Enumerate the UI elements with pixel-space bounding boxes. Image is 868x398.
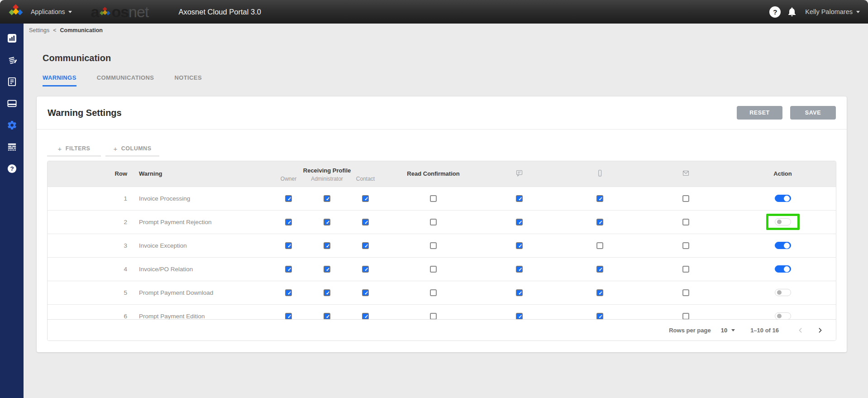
mobile-channel-checkbox[interactable] (596, 313, 603, 319)
tab-bar: WARNINGS COMMUNICATIONS NOTICES (43, 74, 868, 86)
breadcrumb-parent[interactable]: Settings (29, 27, 49, 34)
previous-page-button[interactable] (793, 323, 807, 337)
administrator-checkbox[interactable] (324, 313, 330, 319)
top-app-bar: Applications a os net Axosnet Cloud Port… (0, 0, 868, 24)
rows-per-page-select[interactable]: 10 (721, 327, 735, 334)
axosnet-logo-icon (8, 4, 24, 19)
table-rows-icon (7, 142, 17, 152)
warning-name: Prompt Payment Download (134, 281, 269, 304)
breadcrumb-current: Communication (60, 27, 102, 34)
email-channel-checkbox[interactable] (682, 195, 689, 202)
mobile-channel-checkbox[interactable] (596, 289, 603, 296)
action-toggle-highlight-area (766, 237, 800, 254)
columns-button[interactable]: + COLUMNS (105, 141, 159, 156)
contact-checkbox[interactable] (362, 219, 369, 225)
applications-label: Applications (31, 8, 65, 15)
tab-notices[interactable]: NOTICES (174, 74, 202, 86)
tab-warnings[interactable]: WARNINGS (43, 74, 76, 86)
email-channel-checkbox[interactable] (682, 242, 689, 249)
action-toggle-highlight-area (766, 284, 800, 301)
warnings-table: Row Warning Receiving Profile Read Confi… (47, 161, 836, 341)
action-toggle-highlight-area (766, 190, 800, 206)
toggle-knob (784, 196, 790, 201)
contact-checkbox[interactable] (362, 242, 369, 249)
mobile-channel-checkbox[interactable] (596, 266, 603, 273)
breadcrumb: Settings < Communication (24, 24, 868, 37)
read-confirmation-checkbox[interactable] (430, 219, 437, 225)
administrator-checkbox[interactable] (324, 289, 330, 296)
chat-channel-checkbox[interactable] (516, 219, 523, 225)
sidebar-item-settings[interactable] (0, 114, 24, 136)
owner-checkbox[interactable] (285, 219, 292, 225)
action-toggle[interactable] (775, 289, 791, 296)
email-channel-checkbox[interactable] (682, 313, 689, 319)
columns-label: COLUMNS (121, 145, 152, 152)
mobile-channel-checkbox[interactable] (596, 219, 603, 225)
sidebar-item-dashboard[interactable] (0, 27, 24, 49)
sidebar-item-reports[interactable] (0, 136, 24, 158)
action-toggle[interactable] (775, 265, 791, 273)
email-channel-checkbox[interactable] (682, 266, 689, 273)
panel-heading: Warning Settings (48, 108, 122, 118)
owner-checkbox[interactable] (285, 313, 292, 319)
read-confirmation-checkbox[interactable] (430, 266, 437, 273)
read-confirmation-checkbox[interactable] (430, 242, 437, 249)
read-confirmation-checkbox[interactable] (430, 289, 437, 296)
action-toggle[interactable] (775, 195, 791, 202)
filters-button[interactable]: + FILTERS (47, 141, 101, 156)
header-owner: Owner (269, 175, 308, 187)
action-toggle[interactable] (775, 312, 791, 319)
document-icon (7, 77, 17, 87)
read-confirmation-checkbox[interactable] (430, 313, 437, 319)
filters-label: FILTERS (66, 145, 91, 152)
contact-checkbox[interactable] (362, 313, 369, 319)
chat-channel-checkbox[interactable] (516, 289, 523, 296)
brand-text-net: net (129, 4, 148, 19)
plus-icon: + (114, 145, 118, 153)
mobile-channel-checkbox[interactable] (596, 195, 603, 202)
email-channel-checkbox[interactable] (682, 219, 689, 225)
contact-checkbox[interactable] (362, 195, 369, 202)
owner-checkbox[interactable] (285, 195, 292, 202)
table-scroll-area[interactable]: Row Warning Receiving Profile Read Confi… (48, 161, 836, 319)
chevron-down-icon (731, 329, 735, 331)
help-button[interactable]: ? (769, 6, 781, 18)
warning-settings-panel: Warning Settings RESET SAVE + FILTERS + … (37, 96, 847, 352)
applications-menu[interactable]: Applications (31, 8, 72, 15)
reset-button[interactable]: RESET (737, 106, 782, 120)
page-title: Communication (43, 53, 868, 63)
chat-channel-checkbox[interactable] (516, 313, 523, 319)
sidebar-item-help[interactable]: ? (0, 158, 24, 179)
administrator-checkbox[interactable] (324, 266, 330, 273)
brand-text-os: os (111, 4, 129, 19)
contact-checkbox[interactable] (362, 289, 369, 296)
save-button[interactable]: SAVE (790, 106, 836, 120)
administrator-checkbox[interactable] (324, 242, 330, 249)
contact-checkbox[interactable] (362, 266, 369, 273)
chat-channel-checkbox[interactable] (516, 195, 523, 202)
action-toggle[interactable] (775, 218, 791, 225)
email-channel-checkbox[interactable] (682, 289, 689, 296)
owner-checkbox[interactable] (285, 266, 292, 273)
sidebar-item-payments[interactable] (0, 92, 24, 114)
sidebar-item-documents[interactable] (0, 71, 24, 92)
owner-checkbox[interactable] (285, 289, 292, 296)
row-number: 3 (48, 234, 134, 257)
action-toggle-highlight-area (766, 308, 800, 319)
notifications-bell-icon[interactable] (787, 6, 797, 17)
owner-checkbox[interactable] (285, 242, 292, 249)
user-menu[interactable]: Kelly Palomares (805, 8, 860, 15)
breadcrumb-separator: < (53, 27, 56, 34)
tab-communications[interactable]: COMMUNICATIONS (97, 74, 154, 86)
read-confirmation-checkbox[interactable] (430, 195, 437, 202)
administrator-checkbox[interactable] (324, 219, 330, 225)
mobile-channel-checkbox[interactable] (596, 242, 603, 249)
rows-per-page-label: Rows per page (669, 327, 711, 334)
next-page-button[interactable] (813, 323, 827, 337)
chat-channel-checkbox[interactable] (516, 242, 523, 249)
chat-channel-checkbox[interactable] (516, 266, 523, 273)
action-toggle[interactable] (775, 242, 791, 249)
notes-edit-icon (7, 55, 17, 65)
sidebar-item-notes[interactable] (0, 49, 24, 71)
administrator-checkbox[interactable] (324, 195, 330, 202)
